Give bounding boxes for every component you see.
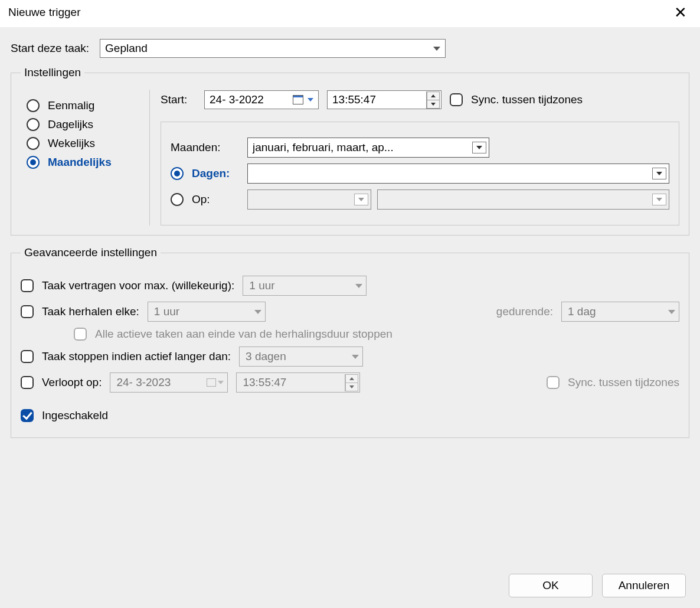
calendar-icon [293, 95, 303, 104]
start-task-select[interactable]: Gepland [100, 39, 446, 58]
settings-legend: Instellingen [21, 66, 84, 79]
stop-all-label: Alle actieve taken aan einde van de herh… [95, 328, 392, 341]
expire-sync-label: Sync. tussen tijdzones [568, 376, 679, 389]
chevron-down-icon [254, 310, 261, 314]
for-select: 1 dag [561, 302, 679, 322]
radio-monthly[interactable]: Maandelijks [27, 156, 139, 169]
radio-once-label: Eenmalig [48, 99, 94, 112]
chevron-down-icon [308, 98, 313, 102]
close-icon[interactable]: ✕ [668, 4, 693, 21]
start-label: Start: [161, 93, 196, 106]
dropdown-icon [652, 194, 666, 205]
enabled-label: Ingeschakeld [42, 409, 108, 422]
for-value: 1 dag [568, 305, 596, 318]
months-label: Maanden: [171, 141, 247, 154]
stop-if-value: 3 dagen [246, 350, 286, 363]
cancel-button-label: Annuleren [619, 579, 670, 592]
expire-sync-checkbox: Sync. tussen tijdzones [547, 376, 679, 389]
repeat-select: 1 uur [148, 302, 266, 322]
ok-button[interactable]: OK [509, 574, 593, 597]
start-date-input[interactable]: 24- 3-2022 [204, 90, 319, 109]
spinner-up-icon [345, 374, 358, 383]
chevron-down-icon [668, 310, 675, 314]
enabled-checkbox[interactable]: Ingeschakeld [21, 409, 108, 422]
on-ordinal-select [247, 189, 371, 210]
settings-group: Instellingen Eenmalig Dagelijks Wekelijk… [11, 66, 689, 236]
advanced-legend: Geavanceerde instellingen [21, 246, 161, 259]
radio-days-label: Dagen: [192, 167, 230, 180]
spinner-down-icon [345, 383, 358, 391]
radio-weekly[interactable]: Wekelijks [27, 137, 139, 150]
cancel-button[interactable]: Annuleren [602, 574, 686, 597]
start-task-value: Gepland [105, 42, 428, 55]
delay-label: Taak vertragen voor max. (willekeurig): [42, 279, 234, 292]
stop-if-label: Taak stoppen indien actief langer dan: [42, 350, 231, 363]
ok-button-label: OK [542, 579, 558, 592]
expire-time-input: 13:55:47 [236, 372, 360, 393]
start-time-value: 13:55:47 [332, 93, 376, 106]
repeat-label: Taak herhalen elke: [42, 305, 139, 318]
expire-checkbox[interactable]: Verloopt op: [21, 376, 102, 389]
start-date-value: 24- 3-2022 [210, 93, 264, 106]
sync-timezones-label: Sync. tussen tijdzones [471, 93, 583, 106]
for-label: gedurende: [496, 305, 553, 318]
spinner-down-icon[interactable] [427, 100, 440, 109]
chevron-down-icon [433, 47, 440, 51]
time-spinner[interactable] [426, 91, 440, 109]
advanced-group: Geavanceerde instellingen Taak vertragen… [11, 246, 689, 438]
radio-daily[interactable]: Dagelijks [27, 118, 139, 131]
days-select[interactable] [247, 164, 669, 184]
chevron-down-icon [355, 284, 362, 288]
stop-all-checkbox: Alle actieve taken aan einde van de herh… [74, 328, 392, 341]
repeat-checkbox[interactable]: Taak herhalen elke: [21, 305, 139, 318]
radio-on[interactable]: Op: [171, 193, 247, 206]
expire-time-value: 13:55:47 [243, 376, 286, 389]
spinner-up-icon[interactable] [427, 91, 440, 100]
dropdown-icon [472, 142, 486, 153]
radio-days[interactable]: Dagen: [171, 167, 247, 180]
start-task-label: Start deze taak: [11, 42, 89, 55]
time-spinner [345, 374, 358, 391]
repeat-value: 1 uur [154, 305, 179, 318]
sync-timezones-checkbox[interactable]: Sync. tussen tijdzones [450, 93, 583, 106]
stop-if-select: 3 dagen [239, 347, 363, 367]
radio-once[interactable]: Eenmalig [27, 99, 139, 112]
radio-daily-label: Dagelijks [48, 118, 93, 131]
chevron-down-icon [352, 355, 359, 359]
radio-weekly-label: Wekelijks [48, 137, 95, 150]
expire-date-value: 24- 3-2023 [116, 376, 171, 389]
expire-label: Verloopt op: [42, 376, 102, 389]
radio-monthly-label: Maandelijks [48, 156, 112, 169]
radio-on-label: Op: [192, 193, 210, 206]
on-weekday-select [377, 189, 669, 210]
delay-checkbox[interactable]: Taak vertragen voor max. (willekeurig): [21, 279, 234, 292]
calendar-icon [207, 378, 216, 387]
delay-select: 1 uur [243, 276, 367, 296]
stop-if-checkbox[interactable]: Taak stoppen indien actief langer dan: [21, 350, 231, 363]
months-select[interactable]: januari, februari, maart, ap... [247, 138, 489, 158]
expire-date-input: 24- 3-2023 [110, 372, 228, 393]
chevron-down-icon [218, 381, 224, 384]
divider [149, 90, 150, 225]
start-time-input[interactable]: 13:55:47 [327, 90, 441, 109]
dropdown-icon [354, 194, 368, 205]
window-title: Nieuwe trigger [8, 6, 81, 19]
dropdown-icon [652, 168, 666, 179]
monthly-panel: Maanden: januari, februari, maart, ap...… [161, 122, 679, 225]
months-value: januari, februari, maart, ap... [253, 141, 394, 154]
delay-value: 1 uur [249, 279, 274, 292]
